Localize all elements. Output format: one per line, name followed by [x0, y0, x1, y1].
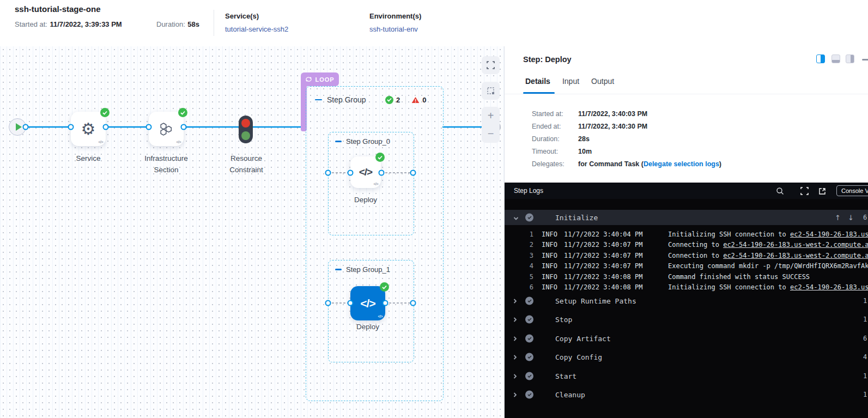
code-icon: </> [359, 166, 372, 178]
services-label: Service(s) [225, 12, 288, 20]
zoom-in-button[interactable]: + [482, 107, 500, 125]
loop-icon [305, 76, 312, 82]
header-divider [214, 10, 214, 36]
log-host-link[interactable]: ec2-54-190-26-183.us [790, 231, 868, 238]
chevron-right-icon[interactable] [513, 371, 517, 381]
play-icon [16, 123, 22, 131]
panel-title: Step: Deploy [523, 55, 572, 64]
service-node[interactable]: ⚙ </> [71, 112, 106, 146]
detail-row: Timeout: 10m [532, 145, 721, 157]
collapse-minus-icon[interactable] [335, 269, 342, 270]
log-section-setup-runtime-paths[interactable]: Setup Runtime Paths 1 [505, 293, 868, 309]
detail-row: Duration: 28s [532, 132, 721, 145]
fullscreen-button[interactable] [482, 56, 500, 74]
step-logs-header: Step Logs Console [505, 183, 868, 199]
check-circle-icon [525, 335, 533, 343]
expand-logs-icon[interactable] [800, 187, 809, 197]
step-group-1-label: Step Group_1 [346, 265, 390, 274]
infrastructure-node[interactable]: </> [149, 112, 184, 146]
code-icon: </> [360, 297, 375, 310]
tab-details[interactable]: Details [525, 77, 550, 86]
tab-output[interactable]: Output [591, 77, 614, 86]
log-section-initialize[interactable]: Initialize ↑ ↓ 6 [505, 210, 868, 225]
scroll-up-icon[interactable]: ↑ [835, 214, 841, 222]
count-divider [405, 96, 406, 104]
fullscreen-icon [487, 61, 495, 69]
layout-bottom-pane-icon[interactable] [831, 54, 840, 63]
panel-tabs: Details Input Output [525, 77, 614, 86]
layout-split-pane-icon[interactable] [846, 54, 854, 63]
environment-link[interactable]: ssh-tutorial-env [369, 25, 418, 33]
success-check-icon [375, 153, 385, 162]
success-count: 2 [396, 96, 400, 104]
log-line: 2INFO11/7/2022 3:40:07 PMConnecting to e… [505, 240, 868, 250]
step-logs-title: Step Logs [514, 187, 543, 195]
chevron-right-icon[interactable] [513, 352, 517, 362]
template-code-icon: </> [378, 314, 383, 318]
step-details-panel: Step: Deploy Details Input Output Starte… [504, 46, 868, 418]
search-icon[interactable] [776, 187, 784, 197]
log-host-link[interactable]: ec2-54-190-26-183.us-west-2.compute.a [723, 241, 868, 249]
log-section-stop[interactable]: Stop 1 [505, 311, 868, 328]
chevron-right-icon[interactable] [513, 314, 517, 325]
chevron-right-icon[interactable] [513, 390, 517, 400]
zoom-out-button[interactable]: − [482, 125, 500, 143]
chevron-down-icon[interactable] [513, 213, 519, 223]
chevron-right-icon[interactable] [513, 296, 517, 306]
environments-block: Environment(s) ssh-tutorial-env [369, 12, 421, 34]
execution-header: ssh-tutorial-stage-one Started at: 11/7/… [0, 0, 868, 47]
console-view-toggle[interactable]: Console View [836, 185, 868, 196]
step-group-1-header[interactable]: Step Group_1 [335, 265, 390, 274]
layout-right-pane-icon[interactable] [816, 54, 825, 63]
chevron-right-icon[interactable] [513, 334, 517, 344]
log-section-copy-config[interactable]: Copy Config 4 [505, 349, 868, 365]
section-count: 6 [863, 214, 867, 221]
check-circle-icon [525, 391, 533, 399]
collapse-minus-icon[interactable] [335, 141, 342, 142]
app-window: ssh-tutorial-stage-one Started at: 11/7/… [0, 0, 868, 418]
template-code-icon: </> [373, 182, 378, 186]
deploy-step-node-0[interactable]: </> </> [350, 156, 381, 188]
scroll-down-icon[interactable]: ↓ [848, 214, 854, 222]
deploy-step-node-1-selected[interactable]: </> </> [350, 286, 385, 320]
resource-constraint-node[interactable] [239, 116, 253, 143]
started-value: 11/7/2022, 3:39:33 PM [50, 20, 122, 28]
traffic-light-green-icon [241, 131, 250, 140]
duration-label: Duration: [156, 20, 185, 28]
template-code-icon: </> [176, 140, 181, 144]
environments-label: Environment(s) [369, 12, 421, 20]
delegate-selection-logs-link[interactable]: Delegate selection logs [644, 160, 719, 168]
stage-start-node [9, 118, 26, 136]
minimize-icon[interactable] [862, 59, 868, 60]
log-section-copy-artifact[interactable]: Copy Artifact 6 [505, 330, 868, 347]
traffic-light-red-icon [241, 119, 250, 128]
step-logs-panel: Step Logs Console [505, 183, 868, 418]
stage-title: ssh-tutorial-stage-one [15, 4, 101, 14]
step-group-0-header[interactable]: Step Group_0 [335, 137, 390, 146]
log-line: 4INFO11/7/2022 3:40:07 PMExecuting comma… [505, 261, 868, 271]
pipeline-canvas[interactable]: LOOP Step Group 2 0 Step Group_0 [0, 46, 504, 418]
duration-value: 58s [187, 20, 199, 28]
log-host-link[interactable]: ec2-54-190-26-183.us-west-2.compute.a [723, 252, 868, 259]
success-check-icon [178, 108, 187, 117]
step-group-header[interactable]: Step Group 2 0 [315, 95, 432, 104]
log-line: 5INFO11/7/2022 3:40:08 PMCommand finishe… [505, 272, 868, 282]
marquee-select-icon [487, 87, 495, 95]
log-line: 3INFO11/7/2022 3:40:07 PMConnection to e… [505, 251, 868, 261]
log-host-link[interactable]: ec2-54-190-26-183.us [790, 283, 868, 291]
log-section-cleanup[interactable]: Cleanup 1 [505, 386, 868, 403]
marquee-select-button[interactable] [482, 82, 500, 100]
service-link[interactable]: tutorial-service-ssh2 [225, 25, 288, 33]
duration: Duration: 58s [156, 19, 199, 29]
zoom-controls: + − [482, 107, 500, 143]
loop-badge: LOOP [301, 72, 339, 86]
open-new-tab-icon[interactable] [818, 187, 826, 197]
tab-input[interactable]: Input [562, 77, 579, 86]
check-circle-icon [525, 316, 533, 324]
started-label: Started at: [15, 20, 47, 28]
collapse-minus-icon[interactable] [315, 99, 322, 101]
infrastructure-node-label: Infrastructure Section [131, 153, 201, 176]
step-group-label: Step Group [327, 95, 385, 104]
log-section-start[interactable]: Start 1 [505, 368, 868, 384]
detail-row: Started at: 11/7/2022, 3:40:03 PM [532, 107, 721, 120]
